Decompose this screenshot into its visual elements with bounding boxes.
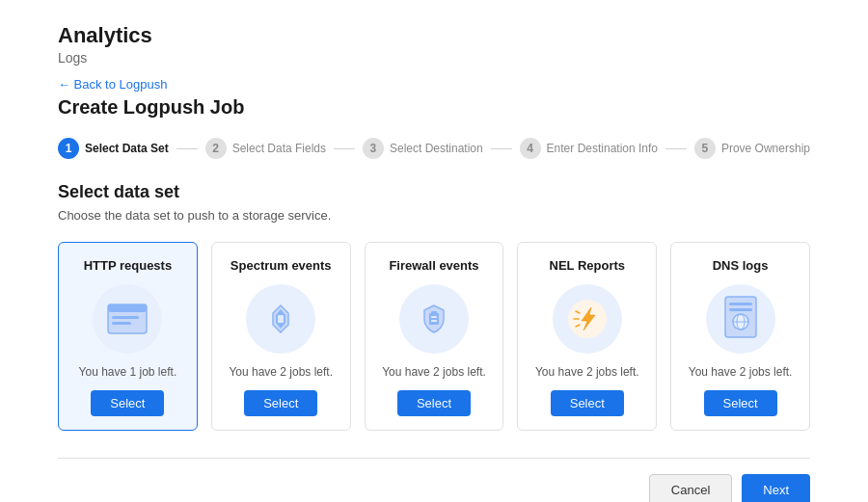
step-1-number: 1 (58, 138, 79, 159)
card-http-requests-icon (93, 284, 162, 354)
section-title: Select data set (58, 182, 810, 202)
card-dns-logs-title: DNS logs (713, 258, 769, 273)
cancel-button[interactable]: Cancel (649, 474, 732, 502)
app-subtitle: Logs (58, 50, 810, 66)
card-spectrum-events-select-button[interactable]: Select (244, 390, 317, 416)
section-description: Choose the data set to push to a storage… (58, 208, 810, 223)
card-spectrum-events-title: Spectrum events (231, 258, 332, 273)
card-nel-reports-title: NEL Reports (550, 258, 626, 273)
step-5-label: Prove Ownership (721, 142, 810, 155)
svg-rect-16 (729, 303, 752, 305)
cards-row: HTTP requests You have 1 job left. Selec… (58, 242, 810, 431)
step-2: 2 Select Data Fields (205, 138, 326, 159)
svg-rect-5 (278, 315, 284, 323)
svg-rect-10 (431, 320, 437, 322)
card-firewall-events-title: Firewall events (389, 258, 478, 273)
card-nel-reports-icon (553, 284, 622, 354)
back-link[interactable]: ← Back to Logpush (58, 77, 167, 92)
step-3: 3 Select Destination (363, 138, 483, 159)
svg-rect-1 (108, 304, 147, 312)
card-nel-reports[interactable]: NEL Reports You have 2 jobs left. Select (517, 242, 657, 431)
step-2-number: 2 (205, 138, 227, 159)
footer-actions: Cancel Next (58, 474, 810, 502)
step-connector-1 (176, 148, 198, 149)
step-4-number: 4 (520, 138, 541, 159)
svg-rect-2 (112, 316, 139, 319)
svg-rect-3 (112, 322, 131, 325)
card-http-requests-select-button[interactable]: Select (91, 390, 164, 416)
card-firewall-events[interactable]: Firewall events You have 2 jobs left. Se… (365, 242, 504, 431)
card-nel-reports-jobs: You have 2 jobs left. (535, 365, 639, 379)
card-firewall-events-jobs: You have 2 jobs left. (382, 365, 486, 379)
svg-rect-8 (431, 311, 437, 315)
step-3-number: 3 (363, 138, 384, 159)
card-firewall-events-icon (399, 284, 469, 354)
step-2-label: Select Data Fields (232, 142, 326, 155)
card-dns-logs-jobs: You have 2 jobs left. (689, 365, 793, 379)
step-connector-4 (665, 148, 687, 149)
page-title: Create Logpush Job (58, 96, 810, 119)
card-firewall-events-select-button[interactable]: Select (397, 390, 471, 416)
card-spectrum-events-icon (246, 284, 315, 354)
step-connector-3 (491, 148, 512, 149)
card-http-requests[interactable]: HTTP requests You have 1 job left. Selec… (58, 242, 198, 431)
card-dns-logs-select-button[interactable]: Select (704, 390, 777, 416)
app-title: Analytics (58, 23, 810, 48)
step-5-number: 5 (694, 138, 716, 159)
card-spectrum-events-jobs: You have 2 jobs left. (229, 365, 333, 379)
step-5: 5 Prove Ownership (694, 138, 810, 159)
card-http-requests-title: HTTP requests (84, 258, 173, 273)
footer-divider (58, 458, 810, 459)
stepper: 1 Select Data Set 2 Select Data Fields 3… (58, 138, 810, 159)
card-dns-logs-icon (706, 284, 775, 354)
svg-rect-9 (431, 316, 437, 318)
step-3-label: Select Destination (390, 142, 483, 155)
page-container: Analytics Logs ← Back to Logpush Create … (0, 0, 868, 502)
step-4: 4 Enter Destination Info (520, 138, 658, 159)
step-4-label: Enter Destination Info (547, 142, 658, 155)
step-connector-2 (334, 148, 355, 149)
next-button[interactable]: Next (742, 474, 810, 502)
card-nel-reports-select-button[interactable]: Select (551, 390, 624, 416)
svg-rect-17 (729, 308, 752, 311)
card-dns-logs[interactable]: DNS logs You have 2 jobs left. Select (670, 242, 810, 431)
step-1: 1 Select Data Set (58, 138, 169, 159)
card-spectrum-events[interactable]: Spectrum events You have 2 jobs left. Se… (211, 242, 351, 431)
card-http-requests-jobs: You have 1 job left. (79, 365, 177, 379)
step-1-label: Select Data Set (85, 142, 169, 155)
